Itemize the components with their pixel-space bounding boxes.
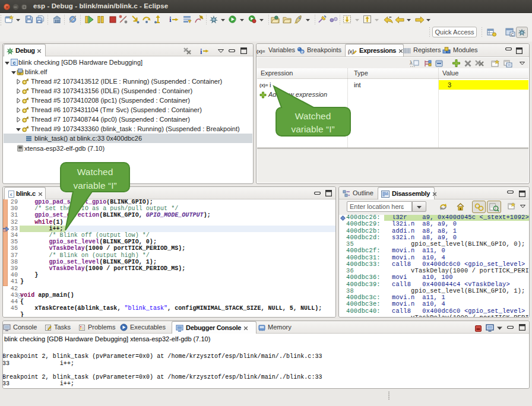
svg-text:Watched: Watched [77,167,113,177]
svg-text:variable “I”: variable “I” [73,180,116,191]
svg-text:Watched: Watched [295,111,331,121]
svg-text:variable “I”: variable “I” [291,124,334,134]
